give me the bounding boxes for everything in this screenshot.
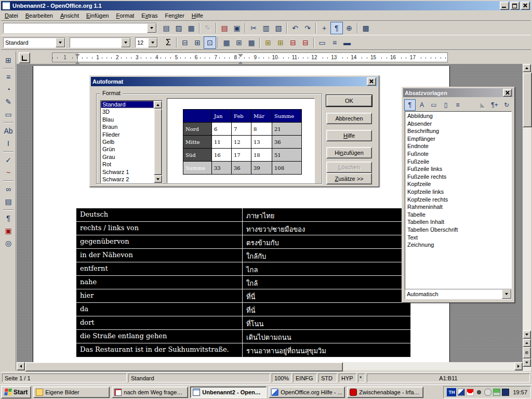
list-scroll-down-button[interactable]	[154, 175, 162, 183]
style-list-item[interactable]: Rahmeninhalt	[405, 203, 511, 211]
update-style-icon[interactable]: ↻	[501, 99, 512, 111]
menu-item[interactable]: Extras	[138, 10, 161, 20]
style-list-item[interactable]: Beschriftung	[405, 127, 511, 135]
list-scroll-thumb[interactable]	[154, 109, 162, 175]
status-hyperlink-mode[interactable]: HYP	[339, 374, 356, 382]
dialog-button[interactable]: Zusätze >>	[326, 173, 372, 184]
autospellcheck-icon[interactable]: ~	[2, 166, 15, 179]
style-list-item[interactable]: Zeichnung	[405, 241, 511, 249]
table-row[interactable]: dort ที่โนน	[76, 316, 410, 330]
style-list-item[interactable]: Text	[405, 234, 511, 242]
page-styles-icon[interactable]: ▯	[440, 99, 451, 111]
style-list-item[interactable]: Kopfzeile links	[405, 188, 511, 196]
merge-cells-icon[interactable]: ⊟	[179, 36, 191, 49]
table-cell-german[interactable]: Das Restaurant ist in der Sukhumvitstraß…	[76, 343, 243, 357]
table-cell-thai[interactable]: ที่นี่	[243, 289, 410, 302]
insert-fields-icon[interactable]: ≡	[2, 71, 15, 83]
update-tray-icon[interactable]	[493, 389, 500, 396]
status-page[interactable]: Seite 1 / 1	[2, 374, 127, 382]
copy-icon[interactable]: ▥	[260, 22, 272, 34]
dialog-button[interactable]: Löschen	[326, 162, 372, 173]
separator[interactable]	[2, 66, 15, 71]
separator[interactable]	[355, 22, 360, 34]
table-row[interactable]: rechts / links von ทางขวา/ซายมือของ	[76, 222, 410, 235]
autotext-icon[interactable]: Ab	[2, 125, 15, 137]
sum-icon[interactable]: Σ	[162, 36, 175, 49]
size-dropdown-button[interactable]	[148, 38, 157, 47]
character-styles-icon[interactable]: A	[416, 99, 428, 111]
edit-file-icon[interactable]: ✎	[202, 22, 214, 34]
menu-item[interactable]: Einfügen	[83, 10, 112, 20]
format-list-item[interactable]: Grau	[101, 153, 154, 161]
style-list-item[interactable]: Fußnote	[405, 150, 511, 158]
scroll-right-button[interactable]	[514, 362, 523, 370]
redo-icon[interactable]: ↷	[301, 22, 314, 34]
nonprinting-characters-icon[interactable]: ¶	[2, 212, 15, 224]
table-grid-icon[interactable]: ⊞	[233, 36, 245, 49]
style-filter-input[interactable]	[405, 289, 502, 299]
insert-objects-icon[interactable]: ◔	[2, 83, 15, 96]
task-impress-weg-fragen[interactable]: nach dem Weg fragen ...	[112, 387, 188, 398]
table-cell-german[interactable]: die Straße entlang gehen	[76, 330, 243, 343]
new-style-from-selection-icon[interactable]: ¶+	[489, 99, 500, 111]
style-list-item[interactable]: Tabellen Überschrift	[405, 226, 511, 234]
table-cell-thai[interactable]: ทางขวา/ซายมือของ	[243, 222, 410, 235]
table-cell-thai[interactable]: ที่โนน	[243, 316, 410, 329]
save-document-icon[interactable]: ▦	[185, 22, 197, 34]
font-dropdown-button[interactable]	[121, 38, 130, 47]
table-cell-thai[interactable]: ใกล้	[243, 276, 410, 289]
dialog-button[interactable]: Hinzufügen	[326, 147, 372, 158]
horizontal-scroll-thumb[interactable]	[25, 362, 343, 371]
navigation-button[interactable]	[523, 347, 531, 358]
tablet-tray-icon[interactable]	[502, 389, 509, 396]
status-zoom[interactable]: 100%	[272, 374, 291, 382]
style-list-item[interactable]: Kopfzeile	[405, 180, 511, 188]
table-row[interactable]: hier ที่นี่	[76, 289, 410, 303]
format-list-item[interactable]: Flieder	[101, 131, 154, 138]
stylist-close-button[interactable]	[503, 89, 512, 97]
next-page-button[interactable]	[523, 358, 531, 367]
style-list-item[interactable]: Endnote	[405, 142, 511, 150]
insert-icon[interactable]: ⊞	[2, 54, 15, 66]
table-cell-german[interactable]: entfernt	[76, 262, 243, 275]
separator[interactable]	[175, 37, 179, 48]
style-list-item[interactable]: Kopfzeile rechts	[405, 196, 511, 204]
style-list-item[interactable]: Fußzeile rechts	[405, 173, 511, 181]
indent-marker-icon[interactable]	[75, 54, 80, 61]
separator[interactable]	[214, 22, 218, 34]
format-list-item[interactable]: Blau	[101, 116, 154, 123]
style-list-item[interactable]: Empfänger	[405, 135, 511, 143]
style-filter-combobox[interactable]	[405, 289, 512, 299]
print-file-icon[interactable]: ▣	[231, 22, 243, 34]
table-row[interactable]: entfernt ไกล	[76, 262, 410, 276]
table-cell-thai[interactable]: ที่นั่	[243, 303, 410, 316]
format-list-scrollbar[interactable]	[154, 101, 162, 183]
paragraph-styles-icon[interactable]: ¶	[404, 99, 416, 111]
dialog-close-button[interactable]	[367, 77, 376, 86]
style-dropdown-button[interactable]	[56, 38, 65, 47]
separator[interactable]	[258, 37, 262, 48]
paragraph-style-input[interactable]	[4, 38, 56, 47]
open-document-icon[interactable]: ▨	[172, 22, 185, 34]
style-list[interactable]: AbbildungAbsenderBeschriftungEmpfängerEn…	[405, 111, 512, 292]
spellcheck-icon[interactable]: ✓	[2, 154, 15, 166]
style-list-item[interactable]: Tabellen Inhalt	[405, 218, 511, 226]
volume-tray-icon[interactable]	[475, 389, 483, 396]
style-list-item[interactable]: Fußzeile	[405, 158, 511, 166]
table-row[interactable]: die Straße entlang gehen เดินไปตามถนน	[76, 330, 410, 343]
table-row[interactable]: nahe ใกล้	[76, 276, 410, 289]
menu-item[interactable]: Ansicht	[57, 10, 83, 20]
format-list-item[interactable]: Standard	[101, 101, 154, 108]
insert-column-icon[interactable]: ⊞	[274, 36, 287, 49]
font-name-input[interactable]	[70, 38, 121, 47]
table-cell-thai[interactable]: ภาษาไทย	[243, 208, 410, 221]
dialog-button[interactable]: OK	[326, 95, 372, 107]
delete-column-icon[interactable]: ⊟	[299, 36, 312, 49]
separator[interactable]	[197, 22, 202, 34]
style-list-item[interactable]: Fußzeile links	[405, 165, 511, 173]
gallery-icon[interactable]: ▩	[360, 22, 372, 34]
vertical-scrollbar[interactable]	[523, 64, 531, 371]
task-zwischenablage-irfanview[interactable]: Zwischenablage - Irfan...	[347, 387, 423, 398]
split-cells-icon[interactable]: ⊞	[191, 36, 204, 49]
frame-styles-icon[interactable]: ▭	[428, 99, 440, 111]
